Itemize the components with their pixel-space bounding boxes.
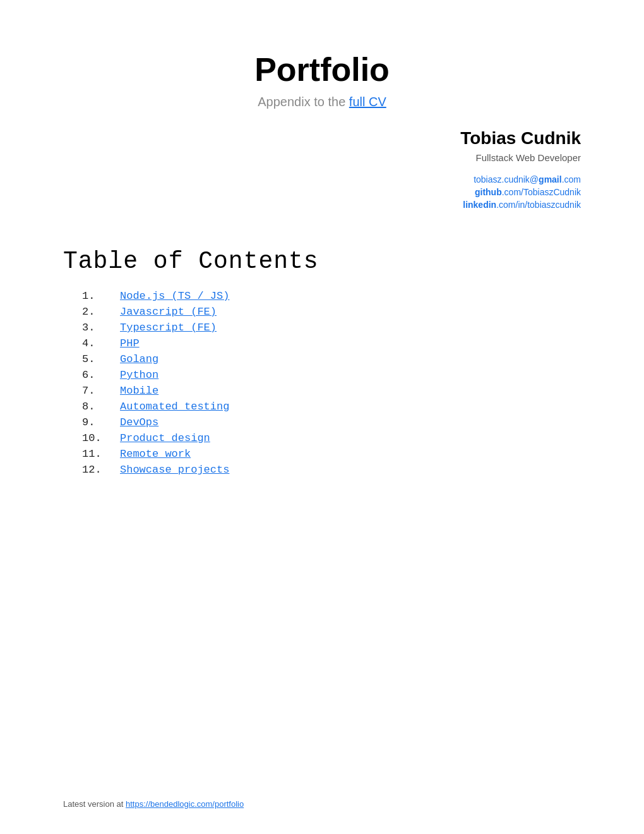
linkedin-suffix: .com/in/tobiaszcudnik bbox=[496, 200, 581, 210]
github-link[interactable]: github.com/TobiaszCudnik bbox=[475, 187, 581, 197]
github-bold: github bbox=[475, 187, 502, 197]
toc-item: 12.Showcase projects bbox=[82, 464, 581, 476]
author-section: Tobias Cudnik Fullstack Web Developer to… bbox=[63, 128, 581, 210]
toc-item: 7.Mobile bbox=[82, 385, 581, 397]
toc-item: 3.Typescript (FE) bbox=[82, 322, 581, 334]
toc-link[interactable]: Typescript (FE) bbox=[120, 322, 217, 334]
toc-link[interactable]: Mobile bbox=[120, 385, 158, 397]
linkedin-bold: linkedin bbox=[463, 200, 496, 210]
author-name: Tobias Cudnik bbox=[63, 128, 581, 148]
toc-item: 10.Product design bbox=[82, 432, 581, 444]
toc-number: 4. bbox=[82, 337, 120, 349]
toc-link[interactable]: Automated testing bbox=[120, 401, 229, 413]
toc-link[interactable]: Showcase projects bbox=[120, 464, 229, 476]
footer-text: Latest version at bbox=[63, 799, 126, 809]
toc-link[interactable]: Product design bbox=[120, 432, 210, 444]
toc-number: 12. bbox=[82, 464, 120, 476]
toc-list: 1.Node.js (TS / JS)2.Javascript (FE)3.Ty… bbox=[82, 290, 581, 476]
toc-link[interactable]: Node.js (TS / JS) bbox=[120, 290, 229, 302]
toc-item: 6.Python bbox=[82, 369, 581, 381]
linkedin-link[interactable]: linkedin.com/in/tobiaszcudnik bbox=[463, 200, 581, 210]
footer: Latest version at https://bendedlogic.co… bbox=[63, 799, 244, 809]
contact-links: tobiasz.cudnik@gmail.com github.com/Tobi… bbox=[63, 174, 581, 210]
toc-section: Table of Contents 1.Node.js (TS / JS)2.J… bbox=[63, 248, 581, 476]
header-section: Portfolio Appendix to the full CV bbox=[63, 51, 581, 109]
footer-link[interactable]: https://bendedlogic.com/portfolio bbox=[126, 799, 244, 809]
toc-link[interactable]: Remote work bbox=[120, 448, 191, 460]
subtitle: Appendix to the full CV bbox=[63, 95, 581, 109]
page: Portfolio Appendix to the full CV Tobias… bbox=[0, 0, 644, 834]
toc-link[interactable]: Javascript (FE) bbox=[120, 306, 217, 318]
toc-item: 4.PHP bbox=[82, 337, 581, 349]
toc-number: 8. bbox=[82, 401, 120, 413]
toc-item: 2.Javascript (FE) bbox=[82, 306, 581, 318]
toc-item: 11.Remote work bbox=[82, 448, 581, 460]
toc-title: Table of Contents bbox=[63, 248, 581, 275]
toc-number: 10. bbox=[82, 432, 120, 444]
toc-item: 8.Automated testing bbox=[82, 401, 581, 413]
toc-number: 5. bbox=[82, 353, 120, 365]
toc-number: 11. bbox=[82, 448, 120, 460]
toc-item: 9.DevOps bbox=[82, 416, 581, 428]
page-title: Portfolio bbox=[63, 51, 581, 88]
toc-link[interactable]: PHP bbox=[120, 337, 140, 349]
toc-link[interactable]: DevOps bbox=[120, 416, 158, 428]
toc-number: 3. bbox=[82, 322, 120, 334]
github-suffix: .com/TobiaszCudnik bbox=[502, 187, 581, 197]
email-link[interactable]: tobiasz.cudnik@gmail.com bbox=[474, 174, 581, 184]
toc-number: 9. bbox=[82, 416, 120, 428]
author-role: Fullstack Web Developer bbox=[63, 152, 581, 163]
full-cv-link[interactable]: full CV bbox=[349, 95, 386, 109]
subtitle-text: Appendix to the bbox=[258, 95, 349, 109]
email-bold: gmail bbox=[539, 174, 562, 184]
email-prefix: tobiasz.cudnik@ bbox=[474, 174, 539, 184]
toc-number: 1. bbox=[82, 290, 120, 302]
toc-item: 5.Golang bbox=[82, 353, 581, 365]
toc-item: 1.Node.js (TS / JS) bbox=[82, 290, 581, 302]
email-suffix: .com bbox=[562, 174, 581, 184]
toc-link[interactable]: Python bbox=[120, 369, 158, 381]
toc-number: 6. bbox=[82, 369, 120, 381]
toc-number: 7. bbox=[82, 385, 120, 397]
toc-link[interactable]: Golang bbox=[120, 353, 158, 365]
toc-number: 2. bbox=[82, 306, 120, 318]
